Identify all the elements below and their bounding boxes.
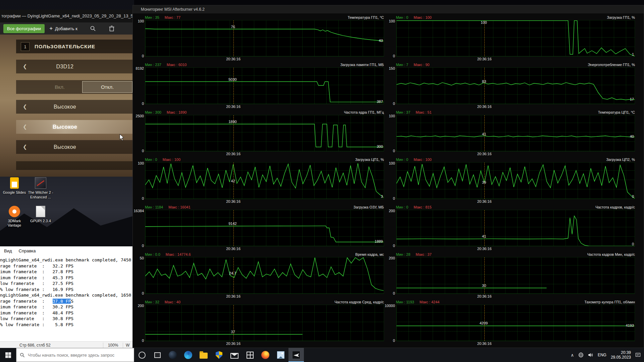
timestamp-label: 20:36:16 bbox=[477, 105, 492, 109]
cortana-button[interactable] bbox=[134, 348, 150, 362]
graph-line-svg bbox=[145, 68, 384, 104]
current-value-label: 24.7 bbox=[229, 271, 236, 275]
y-axis-max-label: 100 bbox=[389, 114, 395, 118]
min-value-label: Мин : 0 bbox=[396, 205, 409, 210]
mouse-cursor-icon bbox=[119, 134, 125, 142]
taskbar-app-edge[interactable] bbox=[180, 348, 196, 362]
taskbar-app-photos[interactable] bbox=[273, 348, 288, 362]
graph-line-svg bbox=[396, 163, 635, 198]
all-photos-button[interactable]: Все фотографии bbox=[3, 24, 45, 33]
graph-plot: 10007643 bbox=[145, 20, 384, 57]
current-value-label: 41 bbox=[482, 234, 486, 238]
monitor-graph: Мин : 1184Макс : 16041Загрузка ОЗУ, МБ16… bbox=[145, 204, 384, 251]
taskbar-app-defender[interactable] bbox=[211, 348, 227, 362]
taskbar-app-firefox[interactable] bbox=[258, 348, 273, 362]
timestamp-label: 20:36:16 bbox=[226, 152, 240, 156]
current-value-label: 42 bbox=[231, 179, 235, 183]
y-axis-max-label: 100 bbox=[389, 161, 395, 165]
current-value-label: 5030 bbox=[228, 77, 236, 81]
end-value-label: 3 bbox=[381, 194, 383, 198]
desktop-icons: Google SlidesThe Witcher 2 - Enhanced ..… bbox=[1, 177, 55, 228]
search-input[interactable] bbox=[28, 353, 130, 358]
notepad-line[interactable]: rage framerate : 32.2 FPS bbox=[0, 263, 132, 269]
desktop-icon-gpupi[interactable]: GPUPI 2.3.4 bbox=[28, 206, 54, 228]
notepad-line[interactable]: low framerate : 30.8 FPS bbox=[0, 316, 132, 322]
language-indicator[interactable]: ENG bbox=[598, 353, 606, 357]
time-marker-line bbox=[484, 210, 485, 246]
desktop-icon-slides[interactable]: Google Slides bbox=[1, 177, 28, 200]
current-value-label: 76 bbox=[231, 25, 235, 29]
timestamp-label: 20:36:16 bbox=[226, 57, 240, 61]
notepad-line[interactable]: imum framerate : 27.8 FPS bbox=[0, 269, 132, 275]
min-value-label: Мин : 0 bbox=[145, 157, 157, 162]
graph-plot: 15008317 bbox=[396, 67, 635, 104]
add-to-button[interactable]: + Добавить к bbox=[49, 25, 77, 32]
taskbar: ∧ ENG 20:39 29.05.2023 bbox=[0, 348, 644, 362]
monitor-graph: Мин : 32Макс : 40Частота кадров Сред, ка… bbox=[145, 299, 384, 346]
volume-button[interactable] bbox=[588, 353, 593, 357]
graph-title: Температура ГП1, °C bbox=[347, 15, 384, 20]
time-marker-line bbox=[484, 68, 485, 104]
desktop-icon-3dmark[interactable]: 3DMark Vantage bbox=[1, 206, 28, 228]
graph-line-svg bbox=[145, 305, 384, 341]
notepad-line[interactable]: imum framerate : 45.3 FPS bbox=[0, 275, 132, 281]
y-axis-min-label: 0 bbox=[393, 244, 395, 248]
game-option-quality-2-selected: ❮ Высокое bbox=[16, 120, 132, 134]
tray-clock[interactable]: 20:39 29.05.2023 bbox=[611, 350, 631, 360]
time-marker-line bbox=[233, 210, 234, 246]
notepad-line[interactable]: rage framerate : 37.8 FPS bbox=[0, 298, 132, 304]
screen: { "desktop": { "icons": [ {"kind": "slid… bbox=[0, 0, 644, 362]
graph-line-svg bbox=[145, 163, 384, 198]
photos-toolbar: Все фотографии + Добавить к bbox=[0, 22, 132, 35]
monitor-graph: Мин : 37Макс : 51Температура ЦП1, °C1000… bbox=[396, 109, 635, 157]
notepad-line[interactable]: % low framerate : 16.9 FPS bbox=[0, 287, 132, 293]
start-button[interactable] bbox=[0, 348, 16, 362]
notepad-line[interactable]: low framerate : 27.5 FPS bbox=[0, 281, 132, 287]
max-value-label: Макс : 100 bbox=[163, 157, 180, 162]
max-value-label: Макс : 90 bbox=[414, 62, 429, 67]
min-value-label: Мин : 300 bbox=[145, 110, 161, 115]
notepad-line[interactable]: % low framerate : 5.8 FPS bbox=[0, 322, 132, 328]
timestamp-label: 20:36:16 bbox=[226, 105, 240, 109]
network-button[interactable] bbox=[578, 352, 584, 358]
task-view-button[interactable] bbox=[150, 348, 165, 362]
timestamp-label: 20:36:16 bbox=[477, 152, 492, 156]
graph-title: Время кадра, мс bbox=[355, 252, 384, 257]
afterburner-titlebar[interactable]: Мониторинг MSI Afterburner v4.6.2 bbox=[133, 5, 644, 13]
desktop-icon-witcher[interactable]: The Witcher 2 - Enhanced ... bbox=[28, 177, 54, 200]
notepad-line[interactable]: ngLightGame_x64_rwdi.exe benchmark compl… bbox=[0, 257, 132, 263]
plus-icon: + bbox=[49, 25, 53, 32]
graph-plot: 10001001 bbox=[396, 20, 635, 57]
notepad-line[interactable]: imum framerate : 30.2 FPS bbox=[0, 304, 132, 310]
delete-button[interactable] bbox=[108, 25, 115, 32]
graph-line-svg bbox=[396, 68, 635, 104]
monitor-graph: Мин : 300Макс : 1890Частота ядра ГП1, МГ… bbox=[145, 109, 384, 157]
afterburner-title: Мониторинг MSI Afterburner v4.6.2 bbox=[141, 7, 205, 12]
taskbar-app-mail[interactable] bbox=[227, 348, 242, 362]
notepad-line[interactable]: ngLightGame_x64_rwdi.exe benchmark compl… bbox=[0, 292, 132, 298]
tray-chevron-icon[interactable]: ∧ bbox=[571, 353, 574, 358]
menu-help[interactable]: Справка bbox=[19, 248, 36, 253]
action-center-button[interactable] bbox=[635, 352, 641, 358]
game-option-quality-1: ❮ Высокое bbox=[16, 100, 132, 114]
timestamp-label: 20:36:16 bbox=[477, 199, 492, 203]
taskbar-app-explorer[interactable] bbox=[196, 348, 211, 362]
taskbar-app-afterburner[interactable] bbox=[288, 348, 304, 362]
notepad-line[interactable]: imum framerate : 48.4 FPS bbox=[0, 310, 132, 316]
gpupi-icon bbox=[36, 206, 45, 217]
zoom-button[interactable] bbox=[90, 25, 96, 32]
taskbar-app-grid[interactable] bbox=[242, 348, 258, 362]
explorer-icon bbox=[200, 353, 208, 359]
mail-icon bbox=[230, 353, 238, 359]
current-value-label: 83 bbox=[482, 79, 486, 83]
timestamp-label: 20:36:16 bbox=[226, 342, 240, 346]
timestamp-label: 20:36:16 bbox=[477, 57, 492, 61]
y-axis-max-label: 150 bbox=[389, 66, 395, 70]
taskbar-app-steam[interactable] bbox=[165, 348, 180, 362]
taskbar-search[interactable] bbox=[16, 348, 134, 362]
3dmark-icon bbox=[9, 206, 20, 217]
photos-titlebar[interactable]: тографии — DyingLightGame_x64_rwdi_2023_… bbox=[0, 10, 132, 22]
end-value-label: 1 bbox=[632, 52, 634, 56]
menu-view[interactable]: Вид bbox=[4, 248, 12, 253]
notepad-lines[interactable]: ngLightGame_x64_rwdi.exe benchmark compl… bbox=[0, 255, 132, 327]
